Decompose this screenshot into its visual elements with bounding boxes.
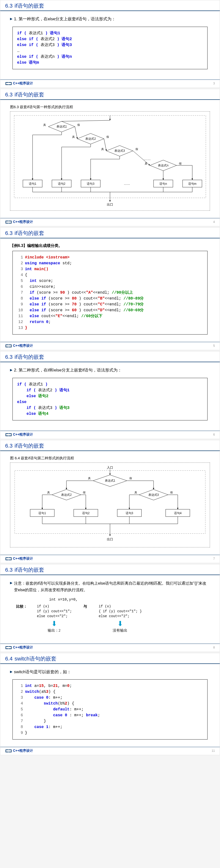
svg-text:出口: 出口 — [107, 203, 113, 206]
slide-body: 图 6.4 嵌套if语句第二种形式的执行流程入口表达式1真假表达式2真假表达式3… — [0, 451, 220, 555]
section-title: if语句的嵌套 — [15, 2, 44, 9]
section-number: 6.3 — [5, 92, 13, 98]
slide-body: ▶2. 第二种形式，在if和else分支上嵌套if语句，语法形式为：if ( 表… — [0, 362, 220, 431]
slide-footer: ⊏⊐C++程序设计7 — [0, 555, 220, 563]
slide: 6.3 if语句的嵌套▶1. 第一种形式，在else分支上嵌套if语句，语法形式… — [0, 0, 220, 88]
svg-text:表达式n: 表达式n — [158, 164, 169, 167]
code-block: 1int a=15, b=21, m=0; 2switch(a%3) { 3 c… — [12, 679, 208, 740]
section-title: if语句的嵌套 — [15, 229, 44, 237]
bullet-arrow-icon: ▶ — [10, 17, 12, 21]
cp-logo-icon: ⊏⊐ — [5, 432, 11, 437]
svg-text:假: 假 — [106, 135, 109, 138]
svg-text:入口: 入口 — [107, 466, 113, 469]
svg-text:表达式1: 表达式1 — [57, 125, 67, 128]
section-number: 6.3 — [5, 567, 13, 573]
compare-left-code: if (x)if (y) cout<<"1";else cout<<"2"; — [37, 604, 72, 619]
slide-footer: ⊏⊐C++程序设计6 — [0, 431, 220, 439]
code-block: if ( 表达式1 ) 语句1 else if ( 表达式2 ) 语句2 els… — [12, 27, 208, 69]
section-number: 6.3 — [5, 230, 13, 237]
section-number: 6.3 — [5, 3, 13, 9]
svg-text:真: 真 — [43, 123, 46, 126]
note-block: ▶注意：嵌套的if语句可以实现多路分支。在结构上else语句总和距离自己最近的i… — [10, 580, 210, 593]
cp-logo-icon: ⊏⊐ — [5, 343, 11, 348]
svg-line-56 — [62, 120, 110, 121]
cp-logo-icon: ⊏⊐ — [5, 81, 11, 86]
compare-right-code: if (x){ if (y) cout<<"1"; }else cout<<"2… — [99, 604, 142, 619]
svg-text:假: 假 — [179, 162, 182, 165]
svg-text:表达式2: 表达式2 — [85, 137, 96, 141]
note-text: 注意：嵌套的if语句可以实现多路分支。在结构上else语句总和距离自己最近的if… — [14, 580, 210, 593]
section-title: switch语句的嵌套 — [15, 655, 57, 662]
arrow-down-icon: ⬇ — [98, 620, 142, 628]
footer-brand: C++程序设计 — [13, 220, 33, 224]
svg-text:语句n: 语句n — [159, 182, 167, 185]
svg-text:真: 真 — [101, 148, 104, 151]
footer-brand: C++程序设计 — [13, 81, 33, 86]
footer-logo: ⊏⊐C++程序设计 — [5, 748, 33, 753]
footer-brand: C++程序设计 — [13, 645, 33, 650]
slide-footer: ⊏⊐C++程序设计11 — [0, 747, 220, 755]
cp-logo-icon: ⊏⊐ — [5, 556, 11, 561]
slide-body: 【例6.3】编程输出成绩分类。1#include <iostream> 2usi… — [0, 238, 220, 342]
slide: 6.3 if语句的嵌套【例6.3】编程输出成绩分类。1#include <ios… — [0, 227, 220, 350]
cp-logo-icon: ⊏⊐ — [5, 219, 11, 225]
code-block: 1#include <iostream> 2using namespace st… — [12, 251, 208, 335]
slide-footer: ⊏⊐C++程序设计8 — [0, 644, 220, 652]
svg-text:表达式2: 表达式2 — [61, 493, 72, 497]
example-title: 【例6.3】编程输出成绩分类。 — [10, 243, 210, 248]
svg-text:语句1: 语句1 — [38, 512, 46, 515]
compare-block: int x=10,y=0,比较：if (x)if (y) cout<<"1";e… — [10, 597, 210, 633]
compare-decl: int x=10,y=0, — [49, 597, 210, 602]
svg-text:语句1: 语句1 — [29, 182, 36, 185]
flowchart-binary: 入口表达式1真假表达式2真假表达式3真假语句1语句2语句3语句4出口 — [13, 466, 207, 543]
slide-header: 6.3 if语句的嵌套 — [0, 0, 220, 11]
page-number: 3 — [213, 82, 215, 85]
bullet-arrow-icon: ▶ — [10, 368, 12, 372]
svg-line-5 — [75, 126, 77, 138]
bullet-arrow-icon: ▶ — [10, 581, 12, 585]
compare-vs: 与 — [82, 604, 89, 609]
svg-text:语句2: 语句2 — [58, 182, 66, 185]
svg-text:真: 真 — [72, 135, 75, 138]
slide-header: 6.3 if语句的嵌套 — [0, 89, 220, 100]
svg-text:……: …… — [144, 157, 151, 161]
svg-text:假: 假 — [170, 491, 173, 494]
compare-left-output: 输出：2 — [37, 628, 71, 633]
compare-label: 比较： — [10, 604, 27, 609]
slide-header: 6.3 if语句的嵌套 — [0, 440, 220, 451]
svg-rect-0 — [14, 116, 206, 198]
section-number: 6.3 — [5, 443, 13, 449]
svg-text:假: 假 — [129, 477, 132, 480]
slide: 6.3 if语句的嵌套▶2. 第二种形式，在if和else分支上嵌套if语句，语… — [0, 351, 220, 439]
section-title: if语句的嵌套 — [15, 91, 44, 98]
footer-logo: ⊏⊐C++程序设计 — [5, 81, 33, 86]
section-title: if语句的嵌套 — [15, 566, 44, 574]
cp-logo-icon: ⊏⊐ — [5, 645, 11, 650]
figure-caption: 图 6.4 嵌套if语句第二种形式的执行流程 — [10, 456, 210, 461]
svg-text:出口: 出口 — [107, 537, 113, 541]
svg-text:假: 假 — [77, 123, 80, 126]
svg-text:语句m: 语句m — [188, 182, 196, 185]
compare-right-output: 没有输出 — [98, 628, 142, 633]
slide-footer: ⊏⊐C++程序设计3 — [0, 80, 220, 88]
footer-logo: ⊏⊐C++程序设计 — [5, 432, 33, 437]
svg-text:语句3: 语句3 — [126, 512, 133, 515]
slide-header: 6.4 switch语句的嵌套 — [0, 653, 220, 664]
slide-body: ▶switch语句是可以嵌套的，如：1int a=15, b=21, m=0; … — [0, 664, 220, 747]
svg-text:真: 真 — [88, 477, 91, 480]
slide: 6.4 switch语句的嵌套▶switch语句是可以嵌套的，如：1int a=… — [0, 653, 220, 755]
slide-body: ▶1. 第一种形式，在else分支上嵌套if语句，语法形式为：if ( 表达式1… — [0, 11, 220, 80]
svg-text:假: 假 — [83, 491, 85, 494]
svg-text:表达式1: 表达式1 — [105, 479, 115, 483]
svg-text:表达式3: 表达式3 — [114, 149, 125, 152]
svg-text:语句3: 语句3 — [87, 182, 94, 185]
bullet-item: ▶1. 第一种形式，在else分支上嵌套if语句，语法形式为： — [10, 16, 210, 22]
svg-text:假: 假 — [136, 148, 138, 151]
slide-header: 6.3 if语句的嵌套 — [0, 351, 220, 362]
svg-text:语句2: 语句2 — [82, 512, 90, 515]
slide-header: 6.3 if语句的嵌套 — [0, 227, 220, 238]
bullet-text: 1. 第一种形式，在else分支上嵌套if语句，语法形式为： — [14, 16, 116, 22]
svg-text:真: 真 — [135, 491, 137, 494]
slide-header: 6.3 if语句的嵌套 — [0, 564, 220, 575]
footer-logo: ⊏⊐C++程序设计 — [5, 645, 33, 650]
